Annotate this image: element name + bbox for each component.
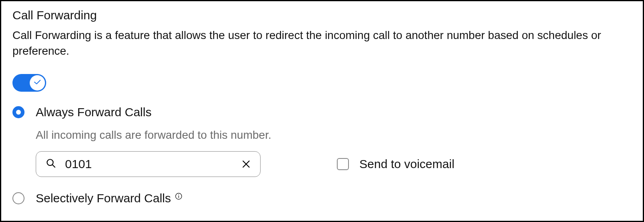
info-icon[interactable]	[175, 192, 182, 199]
clear-input-button[interactable]	[242, 160, 251, 169]
radio-selective-label: Selectively Forward Calls	[36, 191, 182, 205]
call-forwarding-panel: Call Forwarding Call Forwarding is a fea…	[0, 0, 644, 222]
search-icon	[46, 158, 56, 170]
enable-toggle[interactable]	[12, 74, 46, 92]
option-always-row: Always Forward Calls	[12, 105, 632, 119]
forward-number-field[interactable]	[36, 151, 261, 177]
radio-always[interactable]	[12, 106, 24, 118]
always-description: All incoming calls are forwarded to this…	[36, 129, 632, 142]
radio-selective-text: Selectively Forward Calls	[36, 191, 171, 205]
option-selective-row: Selectively Forward Calls	[12, 191, 632, 205]
close-icon	[242, 163, 251, 170]
radio-always-label: Always Forward Calls	[36, 105, 151, 119]
voicemail-checkbox[interactable]	[337, 158, 349, 170]
voicemail-option: Send to voicemail	[337, 157, 454, 171]
svg-line-1	[52, 165, 55, 167]
always-controls-row: Send to voicemail	[36, 151, 632, 177]
svg-point-6	[178, 195, 179, 195]
panel-title: Call Forwarding	[12, 8, 632, 22]
forward-number-input[interactable]	[65, 157, 233, 171]
voicemail-label: Send to voicemail	[359, 157, 454, 171]
panel-description: Call Forwarding is a feature that allows…	[12, 28, 632, 59]
check-icon	[34, 79, 41, 86]
toggle-knob	[30, 75, 45, 90]
radio-selective[interactable]	[12, 192, 24, 204]
always-settings: All incoming calls are forwarded to this…	[36, 129, 632, 177]
